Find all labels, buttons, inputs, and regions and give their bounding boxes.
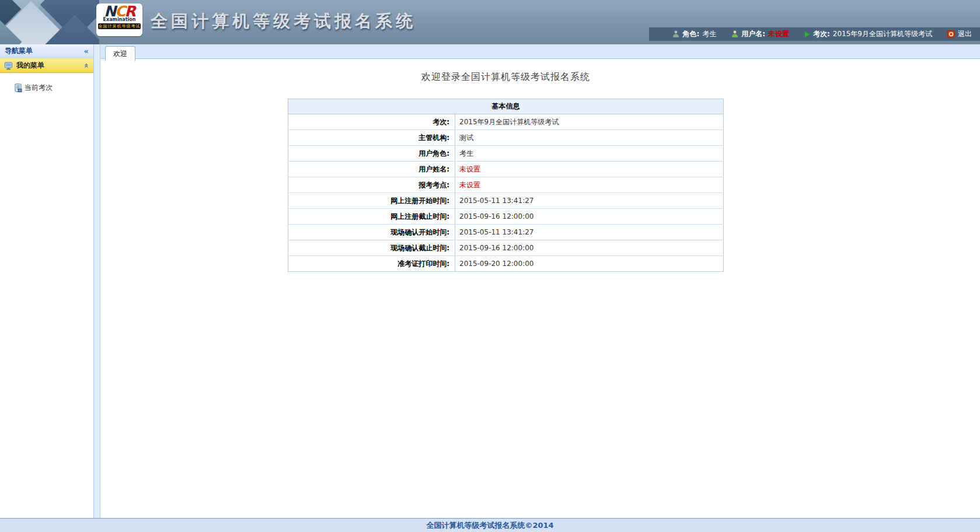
- footer-text: 全国计算机等级考试报名系统©2014: [426, 520, 553, 531]
- table-row: 网上注册截止时间:2015-09-16 12:00:00: [288, 209, 724, 225]
- basic-info-table: 基本信息 考次:2015年9月全国计算机等级考试 主管机构:测试 用户角色:考生…: [288, 99, 724, 272]
- table-row: 报考考点:未设置: [288, 177, 724, 193]
- tab-strip: 欢迎: [100, 44, 980, 59]
- header-decoration-tiles: [0, 0, 99, 44]
- role-value: 考生: [702, 29, 716, 39]
- green-arrow-icon: [804, 31, 810, 38]
- table-row: 现场确认开始时间:2015-05-11 13:41:27: [288, 225, 724, 240]
- row-label: 现场确认截止时间:: [288, 240, 455, 256]
- row-value: 测试: [455, 130, 724, 146]
- table-row: 用户角色:考生: [288, 146, 724, 162]
- main-content: 欢迎 欢迎登录全国计算机等级考试报名系统 基本信息 考次:2015年9月全国计算…: [100, 44, 980, 518]
- session-value: 2015年9月全国计算机等级考试: [833, 29, 932, 39]
- person-icon: [672, 30, 679, 38]
- sidebar-header: 导航菜单 «: [0, 44, 93, 58]
- sidebar-title: 导航菜单: [5, 46, 33, 56]
- double-chevron-up-icon[interactable]: «: [82, 63, 90, 68]
- power-red-icon: [947, 30, 955, 38]
- row-value: 2015-09-16 12:00:00: [455, 209, 724, 225]
- table-row: 用户姓名:未设置: [288, 162, 724, 177]
- row-label: 用户姓名:: [288, 162, 455, 177]
- row-value: 2015-09-20 12:00:00: [455, 256, 724, 272]
- welcome-heading: 欢迎登录全国计算机等级考试报名系统: [288, 71, 724, 83]
- sidebar-item-current-exam[interactable]: 当前考次: [0, 82, 93, 93]
- ncr-logo-examination-text: Examination: [96, 18, 142, 22]
- row-label: 网上注册截止时间:: [288, 209, 455, 225]
- row-value: 考生: [455, 146, 724, 162]
- row-label: 报考考点:: [288, 177, 455, 193]
- username-label: 用户名:: [741, 29, 765, 39]
- logout-button[interactable]: 退出: [947, 29, 972, 39]
- app-title: 全国计算机等级考试报名系统: [151, 10, 416, 33]
- tab-welcome[interactable]: 欢迎: [105, 46, 135, 61]
- row-label: 现场确认开始时间:: [288, 225, 455, 240]
- sidebar-item-label: 当前考次: [25, 83, 53, 93]
- table-row: 现场确认截止时间:2015-09-16 12:00:00: [288, 240, 724, 256]
- table-title: 基本信息: [288, 99, 724, 114]
- row-value: 2015年9月全国计算机等级考试: [455, 114, 724, 130]
- ncr-logo: NCR Examination 全国计算机等级考试: [96, 4, 142, 36]
- table-row: 主管机构:测试: [288, 130, 724, 146]
- row-label: 考次:: [288, 114, 455, 130]
- role-label: 角色:: [682, 29, 699, 39]
- role-info: 角色: 考生: [672, 29, 716, 39]
- user-info-bar: 角色: 考生 用户名: 未设置 考次: 2015年9月全国计算机等级考试 退出: [649, 27, 980, 41]
- notebook-icon: [14, 83, 23, 92]
- table-header-row: 基本信息: [288, 99, 724, 114]
- sidebar: 导航菜单 « 我的菜单 « 当前考次: [0, 44, 94, 518]
- collapse-sidebar-icon[interactable]: «: [84, 47, 89, 55]
- row-value: 2015-09-16 12:00:00: [455, 240, 724, 256]
- sidebar-group-my-menu[interactable]: 我的菜单 «: [0, 58, 93, 73]
- table-row: 网上注册开始时间:2015-05-11 13:41:27: [288, 193, 724, 209]
- row-label: 用户角色:: [288, 146, 455, 162]
- monitor-icon: [5, 62, 13, 70]
- logout-label: 退出: [958, 29, 972, 39]
- row-value: 2015-05-11 13:41:27: [455, 225, 724, 240]
- ncr-logo-subtitle: 全国计算机等级考试: [98, 23, 141, 29]
- row-value-unset: 未设置: [455, 162, 724, 177]
- table-row: 准考证打印时间:2015-09-20 12:00:00: [288, 256, 724, 272]
- row-value: 2015-05-11 13:41:27: [455, 193, 724, 209]
- row-label: 准考证打印时间:: [288, 256, 455, 272]
- row-label: 主管机构:: [288, 130, 455, 146]
- sidebar-splitter[interactable]: [94, 44, 100, 518]
- session-label: 考次:: [813, 29, 830, 39]
- row-label: 网上注册开始时间:: [288, 193, 455, 209]
- page-footer: 全国计算机等级考试报名系统©2014: [0, 518, 980, 532]
- app-header: NCR Examination 全国计算机等级考试 全国计算机等级考试报名系统 …: [0, 0, 980, 44]
- table-row: 考次:2015年9月全国计算机等级考试: [288, 114, 724, 130]
- row-value-unset: 未设置: [455, 177, 724, 193]
- person-green-icon: [731, 30, 738, 38]
- username-info: 用户名: 未设置: [731, 29, 789, 39]
- sidebar-group-label: 我的菜单: [16, 61, 44, 71]
- username-value: 未设置: [768, 29, 789, 39]
- session-info: 考次: 2015年9月全国计算机等级考试: [804, 29, 932, 39]
- content-inner: 欢迎登录全国计算机等级考试报名系统 基本信息 考次:2015年9月全国计算机等级…: [288, 71, 724, 272]
